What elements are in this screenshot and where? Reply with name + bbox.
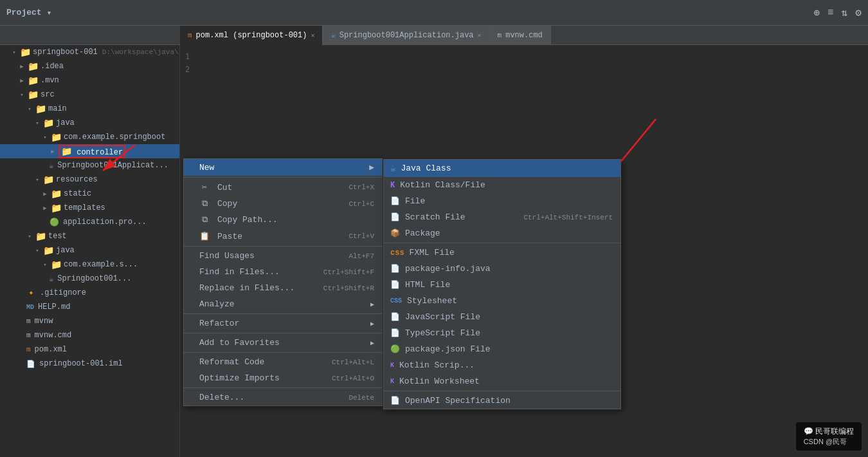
- context-analyze[interactable]: Analyze ▶: [184, 296, 382, 312]
- main-arrow: ▾: [26, 105, 33, 113]
- java-tab-close[interactable]: ✕: [478, 32, 482, 39]
- tree-main[interactable]: ▾ 📁 main: [0, 102, 179, 116]
- project-dropdown[interactable]: ▾: [47, 8, 52, 18]
- submenu-kotlin-worksheet[interactable]: K Kotlin Worksheet: [384, 373, 620, 389]
- controller-label: controller: [77, 148, 123, 157]
- context-find-in-files[interactable]: Find in Files... Ctrl+Shift+F: [184, 264, 382, 280]
- tree-src[interactable]: ▾ 📁 src: [0, 88, 179, 102]
- tree-application-yml[interactable]: 🟢 application.pro...: [0, 215, 179, 229]
- toolbar-icons: ⊕ ≡ ⇅ ⚙: [813, 6, 862, 19]
- ctx-sep-5: [184, 352, 382, 353]
- static-arrow: ▶: [41, 190, 49, 198]
- context-menu-new[interactable]: New ▶ ☕ Java Class K Kotlin Class/File 📄…: [184, 159, 382, 176]
- root-path: D:\workspace\java\springboot\springboo: [102, 48, 179, 56]
- submenu-file[interactable]: 📄 File: [384, 193, 620, 209]
- controller-arrow: ▶: [49, 147, 57, 155]
- context-copy[interactable]: ⧉ Copy Ctrl+C: [184, 196, 382, 212]
- tab-mvnw-cmd[interactable]: m mvnw.cmd: [490, 26, 551, 45]
- tree-iml[interactable]: 📄 springboot-001.iml: [0, 357, 179, 371]
- watermark: 💬 民哥联编程 CSDN @民哥: [796, 422, 862, 451]
- tree-springboot-app[interactable]: ☕ Springboot001Applicat...: [0, 158, 179, 173]
- html-file-label: HTML File: [405, 280, 450, 290]
- context-reformat-code[interactable]: Reformat Code Ctrl+Alt+L: [184, 354, 382, 370]
- java-class-label: Java Class: [401, 163, 451, 173]
- tree-test[interactable]: ▾ 📁 test: [0, 229, 179, 243]
- tree-mvn[interactable]: ▶ 📁 .mvn: [0, 73, 179, 88]
- tree-idea[interactable]: ▶ 📁 .idea: [0, 59, 179, 73]
- help-md-label: HELP.md: [38, 303, 70, 312]
- submenu-javascript-file[interactable]: 📄 JavaScript File: [384, 309, 620, 325]
- pom-tab-icon: m: [188, 32, 192, 39]
- typescript-icon: 📄: [390, 328, 400, 338]
- static-label: static: [64, 189, 91, 198]
- submenu-fxml-file[interactable]: css FXML File: [384, 245, 620, 261]
- tree-mvnw[interactable]: m mvnw: [0, 314, 179, 328]
- context-copy-path[interactable]: ⧉ Copy Path...: [184, 212, 382, 228]
- mvnw-cmd-icon: m: [26, 331, 31, 339]
- java-src-label: java: [56, 118, 75, 127]
- watermark-title: 民哥联编程: [815, 427, 854, 436]
- new-submenu: ☕ Java Class K Kotlin Class/File 📄 File …: [383, 159, 621, 409]
- globe-icon[interactable]: ⊕: [813, 6, 820, 19]
- context-replace-in-files[interactable]: Replace in Files... Ctrl+Shift+R: [184, 280, 382, 296]
- tree-controller[interactable]: ▶ 📁 controller: [0, 144, 179, 158]
- submenu-stylesheet[interactable]: CSS Stylesheet: [384, 293, 620, 309]
- tree-resources[interactable]: ▾ 📁 resources: [0, 173, 179, 187]
- tree-gitignore[interactable]: 🔸 .gitignore: [0, 286, 179, 300]
- tree-root[interactable]: ▾ 📁 springboot-001 D:\workspace\java\spr…: [0, 45, 179, 59]
- java-src-folder-icon: 📁: [43, 118, 54, 129]
- settings-icon[interactable]: ⚙: [855, 6, 862, 19]
- tree-help-md[interactable]: MD HELP.md: [0, 300, 179, 314]
- context-optimize-imports[interactable]: Optimize Imports Ctrl+Alt+O: [184, 370, 382, 386]
- context-find-usages[interactable]: Find Usages Alt+F7: [184, 248, 382, 264]
- context-delete[interactable]: Delete... Delete: [184, 389, 382, 406]
- tree-static[interactable]: ▶ 📁 static: [0, 187, 179, 201]
- submenu-java-class[interactable]: ☕ Java Class: [384, 160, 620, 177]
- com-example-test-folder-icon: 📁: [51, 259, 62, 270]
- templates-folder-icon: 📁: [51, 203, 62, 214]
- optimize-imports-shortcut: Ctrl+Alt+O: [332, 375, 374, 382]
- context-menu-overlay: New ▶ ☕ Java Class K Kotlin Class/File 📄…: [183, 158, 383, 406]
- list-icon[interactable]: ≡: [827, 7, 834, 19]
- ctx-sep-6: [184, 387, 382, 388]
- tab-springboot-application[interactable]: ☕ Springboot001Application.java ✕: [323, 26, 489, 45]
- mvn-folder-icon: 📁: [28, 75, 39, 86]
- iml-icon: 📄: [26, 360, 35, 368]
- reformat-code-label: Reformat Code: [199, 357, 327, 367]
- submenu-typescript-file[interactable]: 📄 TypeScript File: [384, 325, 620, 341]
- context-paste[interactable]: 📋 Paste Ctrl+V: [184, 228, 382, 245]
- context-refactor[interactable]: Refactor ▶: [184, 315, 382, 331]
- controller-folder-icon: 📁: [61, 147, 72, 157]
- submenu-package-info[interactable]: 📄 package-info.java: [384, 261, 620, 277]
- pom-tab-close[interactable]: ✕: [311, 32, 314, 39]
- tree-com-example-test[interactable]: ▾ 📁 com.example.s...: [0, 257, 179, 272]
- pom-xml-icon: m: [26, 346, 31, 353]
- kotlin-worksheet-label: Kotlin Worksheet: [399, 377, 480, 386]
- submenu-scratch-file[interactable]: 📄 Scratch File Ctrl+Alt+Shift+Insert: [384, 209, 620, 225]
- submenu-openapi[interactable]: 📄 OpenAPI Specification: [384, 393, 620, 409]
- com-example-label: com.example.springboot: [64, 133, 165, 142]
- src-label: src: [41, 90, 55, 99]
- tree-com-example[interactable]: ▾ 📁 com.example.springboot: [0, 130, 179, 144]
- tree-test-java[interactable]: ▾ 📁 java: [0, 243, 179, 257]
- submenu-kotlin-class[interactable]: K Kotlin Class/File: [384, 177, 620, 193]
- line-2: 2: [185, 63, 863, 76]
- submenu-kotlin-script[interactable]: K Kotlin Scrip...: [384, 357, 620, 373]
- tree-springboot-test[interactable]: ☕ Springboot001...: [0, 272, 179, 286]
- new-label: New: [199, 163, 214, 173]
- context-cut[interactable]: ✂ Cut Ctrl+X: [184, 179, 382, 196]
- context-add-favorites[interactable]: Add to Favorites ▶: [184, 335, 382, 351]
- test-folder-icon: 📁: [35, 231, 46, 242]
- pom-tab-label: pom.xml (springboot-001): [196, 31, 307, 40]
- tab-pom-xml[interactable]: m pom.xml (springboot-001) ✕: [180, 26, 323, 45]
- submenu-package-json[interactable]: 🟢 package.json File: [384, 341, 620, 357]
- sort-icon[interactable]: ⇅: [842, 6, 848, 19]
- tree-templates[interactable]: ▶ 📁 templates: [0, 201, 179, 215]
- tree-java-src[interactable]: ▾ 📁 java: [0, 116, 179, 130]
- tree-pom-xml[interactable]: m pom.xml: [0, 342, 179, 357]
- submenu-package[interactable]: 📦 Package: [384, 225, 620, 241]
- submenu-html-file[interactable]: 📄 HTML File: [384, 277, 620, 293]
- tree-mvnw-cmd[interactable]: m mvnw.cmd: [0, 328, 179, 342]
- copy-path-label: Copy Path...: [217, 215, 374, 225]
- analyze-arrow: ▶: [370, 301, 374, 308]
